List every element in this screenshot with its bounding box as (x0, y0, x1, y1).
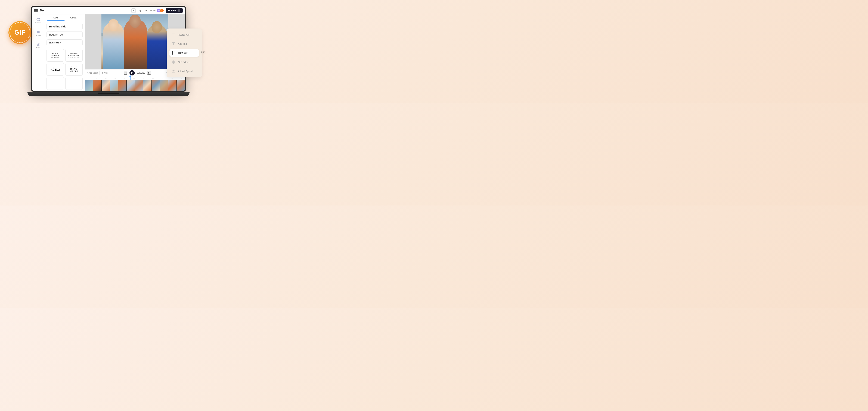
svg-rect-8 (103, 72, 103, 73)
trim-gif-icon (171, 51, 176, 55)
filmstrip-frame-12 (177, 80, 185, 91)
tab-adjust[interactable]: Adjust (65, 14, 82, 21)
svg-rect-7 (102, 72, 102, 73)
template-make-impact[interactable]: MAKE IMPACT With Passion (46, 49, 64, 62)
top-bar: Text + (32, 7, 185, 14)
handwrite-line2: HAND WRITE (67, 68, 82, 73)
resize-gif-icon (171, 32, 176, 37)
undo-button[interactable] (137, 8, 142, 13)
template-handwrite-content: HandWrite HAND WRITE (67, 66, 82, 73)
make-impact-line2: With Passion (48, 57, 63, 58)
tool-add-text[interactable]: Add Text (169, 40, 199, 47)
true-path-line3: Watch to learn more (67, 57, 80, 58)
publish-label: Publish (168, 9, 177, 12)
resize-gif-label: Resize GIF (178, 33, 190, 36)
tab-style[interactable]: Style (47, 14, 65, 21)
split-label: Split (104, 72, 108, 74)
separator-1 (99, 71, 100, 75)
skip-back-button[interactable] (124, 71, 127, 75)
trim-gif-label: Trim GIF (178, 52, 188, 55)
sidebar-item-elements-label: Elements (35, 34, 41, 36)
time-display: 00:02:23 (137, 72, 145, 74)
sidebar-item-elements[interactable]: Elements (34, 29, 42, 37)
template-true-path-content: True Path To More Success Watch to learn… (67, 53, 80, 58)
publish-button[interactable]: Publish (166, 8, 183, 13)
text-panel: Style Adjust Headline Title Regular Text… (44, 14, 85, 91)
svg-point-17 (172, 52, 173, 53)
sidebar-item-draw-label: Draw (36, 47, 40, 49)
gif-badge-circle: GIF (8, 21, 31, 44)
template-grid: MAKE IMPACT With Passion True Path To Mo… (46, 49, 83, 90)
subtitles-icon (36, 18, 40, 22)
panel-tabs: Style Adjust (44, 14, 85, 21)
tool-trim-gif[interactable]: Trim GIF (169, 49, 199, 57)
main-content: Subtitles Elements (32, 14, 185, 91)
add-button[interactable]: + (131, 8, 136, 13)
handwrite-button[interactable]: Hand Write (46, 39, 83, 46)
svg-line-21 (173, 52, 174, 53)
draw-icon (36, 42, 40, 46)
photo-sim (101, 14, 168, 69)
ruler-playhead (130, 76, 130, 80)
headline-title-button[interactable]: Headline Title (46, 23, 83, 30)
true-path-line1: True Path (67, 53, 80, 55)
template-empty-1[interactable] (46, 77, 64, 90)
skip-forward-button[interactable] (147, 71, 151, 75)
sidebar-item-draw[interactable]: Draw (34, 41, 42, 49)
add-text-icon (171, 41, 176, 46)
sunday-line1: Sunday (51, 67, 60, 69)
filmstrip-frame-7 (135, 80, 143, 91)
add-media-button[interactable]: + Add Media (87, 72, 98, 74)
redo-button[interactable] (143, 8, 148, 13)
add-media-label: + Add Media (87, 72, 98, 74)
template-sunday-content: Sunday Fun Day! (51, 67, 60, 71)
playback-controls: 00:02:23 (110, 70, 165, 75)
split-button[interactable]: Split (101, 72, 108, 74)
share-area: Share SK (150, 8, 164, 13)
template-hand-write[interactable]: HandWrite HAND WRITE (65, 63, 83, 76)
skip-back-icon (124, 71, 127, 74)
laptop-frame: Text + (31, 6, 186, 92)
menu-icon[interactable] (34, 9, 38, 12)
top-bar-right: Share SK Pu (137, 8, 183, 13)
svg-rect-5 (37, 32, 38, 33)
left-sidebar: Subtitles Elements (32, 14, 44, 91)
play-button[interactable] (129, 70, 135, 75)
template-sunday-funday[interactable]: Sunday Fun Day! (46, 63, 64, 76)
gif-badge: GIF (8, 21, 31, 44)
svg-line-20 (174, 53, 175, 54)
filmstrip-frame-1 (85, 80, 93, 91)
sidebar-item-subtitles[interactable]: Subtitles (34, 16, 42, 25)
svg-marker-11 (148, 72, 149, 74)
figure-group (101, 21, 168, 69)
elements-icon (36, 30, 40, 34)
true-path-line2: To More Success (67, 55, 80, 57)
template-empty-2[interactable] (65, 77, 83, 90)
sidebar-divider-1 (35, 27, 42, 27)
skip-forward-icon (148, 71, 150, 74)
adjust-speed-label: Adjust Speed (178, 70, 192, 73)
filmstrip-frame-9 (152, 80, 160, 91)
avatar-img (160, 8, 164, 13)
tool-resize-gif[interactable]: Resize GIF (169, 31, 199, 38)
svg-rect-6 (38, 32, 39, 33)
ruler-numbers: 0 5 10 15 20 25 30 35 40 45 50 (87, 77, 183, 79)
filmstrip-frame-5 (118, 80, 126, 91)
split-icon (101, 72, 103, 74)
publish-icon (178, 9, 180, 12)
tool-gif-filters[interactable]: GIF Filters (169, 59, 199, 66)
handwrite-line1: HandWrite (67, 66, 82, 68)
filmstrip-frame-6 (127, 80, 135, 91)
top-bar-title: Text (40, 9, 130, 12)
template-true-path[interactable]: True Path To More Success Watch to learn… (65, 49, 83, 62)
filmstrip-frame-4 (110, 80, 118, 91)
tool-adjust-speed[interactable]: Adjust Speed (169, 68, 199, 75)
sidebar-item-subtitles-label: Subtitles (35, 22, 41, 24)
share-label: Share (150, 9, 156, 12)
filmstrip (85, 80, 185, 91)
gif-filters-icon (171, 60, 176, 64)
regular-text-button[interactable]: Regular Text (46, 31, 83, 38)
panel-content: Headline Title Regular Text Hand Write M… (44, 21, 85, 91)
filmstrip-frame-11 (168, 80, 177, 91)
play-icon (131, 72, 133, 74)
